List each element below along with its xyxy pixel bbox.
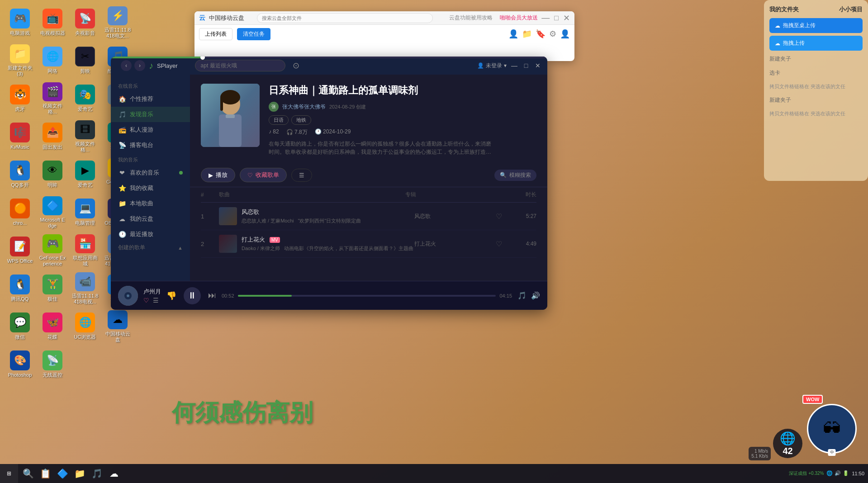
drag-upload-btn[interactable]: ☁ 拖拽至桌上传	[769, 18, 863, 33]
player-heart-btn[interactable]: ♡	[143, 297, 149, 304]
desktop-icon-jijia[interactable]: 🏋 极佳	[37, 270, 68, 307]
desktop-icon-photoshop[interactable]: 🎨 Photoshop	[5, 346, 35, 383]
playlist-date: 2024-08-29 创建	[329, 104, 366, 110]
tray-icon-battery[interactable]: 🔋	[843, 470, 849, 476]
taskbar-icon-files[interactable]: 📁	[71, 465, 88, 482]
desktop-icon-newfiles[interactable]: 📁 新建文件夹(3)	[5, 43, 35, 79]
cloud-search-input[interactable]	[257, 13, 433, 23]
player-list-btn[interactable]: ☰	[153, 297, 159, 304]
desktop-icon-tv[interactable]: 📺 电视模拟器	[37, 5, 68, 41]
splayer-search-input[interactable]	[195, 60, 285, 71]
desktop-icon-microsoftedge[interactable]: 🔷 Microsoft Edge	[37, 194, 68, 231]
clear-task-btn[interactable]: 清空任务	[237, 28, 270, 40]
taskbar-icon-task[interactable]: 📋	[37, 465, 53, 482]
dislike-btn[interactable]: 👎	[166, 291, 176, 301]
desktop-icon-cctv[interactable]: 📡 央视影音	[70, 5, 100, 41]
volume-icon[interactable]: 🔊	[531, 291, 540, 300]
cloud-maximize-btn[interactable]: □	[554, 14, 559, 22]
sidebar-created-label: 创建的歌单	[118, 244, 145, 251]
splayer-user-btn[interactable]: 👤 未登录 ▾	[477, 62, 507, 70]
splayer-forward-btn[interactable]: ›	[134, 60, 145, 71]
tray-icon-sound[interactable]: 🔊	[835, 470, 841, 476]
sidebar-item-private[interactable]: 📻 私人漫游	[111, 122, 190, 137]
play-all-btn[interactable]: ▶ 播放	[201, 168, 235, 182]
desktop-icon-iqiyi1[interactable]: 🎭 爱奇艺	[70, 80, 100, 117]
taskbar-icon-search[interactable]: 🔍	[20, 465, 36, 482]
list-btn[interactable]: ☰	[291, 169, 312, 182]
sidebar-item-discover[interactable]: 🎵 发现音乐	[111, 107, 190, 122]
cloud-icon-user[interactable]: 👤	[508, 29, 518, 39]
taskbar-icon-splayer[interactable]: 🎵	[89, 465, 105, 482]
desktop-icon-thunder1[interactable]: ⚡ 迅雷11.11.8 418电文...	[102, 5, 133, 41]
splayer-maximize-btn[interactable]: □	[522, 62, 530, 70]
sidebar-item-collect[interactable]: ⭐ 我的收藏	[111, 180, 190, 196]
select-btn[interactable]: ☁ 拖拽上传	[769, 36, 863, 51]
taskbar-clock[interactable]: 11:50	[852, 470, 864, 477]
track-row[interactable]: 2 打上花火 MV Daoko / 米律之师 动画电影《升空的焰火，从下面着还是…	[201, 230, 536, 258]
track-row[interactable]: 1 风恋歌 恋恋故人难 / 芝麻Mochi "欢梦到西州"日文特别限定曲 风恋歌	[201, 203, 536, 230]
cloud-icon-folder[interactable]: 📁	[522, 29, 532, 39]
desktop-icon-pcmanager[interactable]: 💻 电脑管理	[70, 194, 100, 231]
tray-icon-network[interactable]: 🌐	[826, 470, 833, 476]
upload-list-btn[interactable]: 上传列表	[199, 28, 232, 40]
progress-container[interactable]	[111, 57, 547, 58]
desktop-icon-network[interactable]: 🌐 网络	[37, 43, 68, 79]
cloud-toolbar: 上传列表 清空任务 👤 📁 🔖 ⚙ 👤	[194, 25, 574, 43]
sidebar-item-liked[interactable]: ❤ 喜欢的音乐	[111, 165, 190, 180]
splayer-close-btn[interactable]: ✕	[534, 62, 542, 70]
author-name[interactable]: 张大佛爷张大佛爷	[282, 103, 326, 111]
desktop-icon-gaming[interactable]: 🎮 电脑游戏	[5, 5, 35, 41]
cloud-minimize-btn[interactable]: —	[541, 13, 550, 23]
desktop-icon-qqgroup[interactable]: 🐧 腾讯QQ	[5, 270, 35, 307]
desktop-icon-iqiyi3[interactable]: ▶ 爱奇艺	[70, 156, 100, 193]
desktop-icon-huadi[interactable]: 🦋 花蝶	[37, 308, 68, 345]
desktop-icon-dark1[interactable]: 🎞 视频文件格...	[70, 118, 100, 155]
desktop-icon-wlan[interactable]: 📡 无线遥控	[37, 346, 68, 383]
playlist-info: 日系神曲｜通勤路上的孤单调味剂 张 张大佛爷张大佛爷 2024-08-29 创建…	[269, 84, 536, 156]
splayer-minimize-btn[interactable]: —	[510, 62, 518, 70]
desktop-icon-wechat[interactable]: 💬 微信	[5, 308, 35, 345]
start-btn[interactable]: ⊞	[0, 464, 18, 483]
sidebar-item-local[interactable]: 📁 本地歌曲	[111, 196, 190, 211]
sidebar-item-podcast[interactable]: 📡 播客电台	[111, 137, 190, 153]
splayer-back-btn[interactable]: ‹	[121, 60, 132, 71]
tag-subway[interactable]: 地铁	[291, 115, 311, 125]
fuzzy-search-btn[interactable]: 🔍 模糊搜索	[494, 170, 536, 181]
desktop-icon-geforce[interactable]: 🎮 GeForce Experience	[37, 232, 68, 269]
cloud-icon-avatar[interactable]: 👤	[560, 29, 570, 39]
desktop-icon-chrome2[interactable]: 🟠 chro...	[5, 194, 35, 231]
taskbar-icon-edge[interactable]: 🔷	[54, 465, 71, 482]
splayer-github-icon[interactable]: ⊙	[293, 61, 299, 71]
play-pause-btn[interactable]: ⏸	[184, 287, 201, 304]
cloud-icon-bookmark[interactable]: 🔖	[536, 29, 545, 39]
taskbar-icon-cloud[interactable]: ☁	[106, 465, 122, 482]
desktop-icon-chinamobile[interactable]: ☁ 中国移动云盘	[102, 308, 133, 345]
sidebar-item-personal[interactable]: 🏠 个性推荐	[111, 91, 190, 107]
desktop-icon-wps[interactable]: 📝 WPS Office	[5, 232, 35, 269]
desktop-icon-kvmusic[interactable]: 🎼 KvMusic	[5, 118, 35, 155]
desktop-icon-video1[interactable]: 🎬 视频文件格...	[37, 80, 68, 117]
seek-bar[interactable]	[238, 295, 496, 297]
desktop-icon-thunder3[interactable]: 📹 迅雷11.11.8 418电视...	[70, 270, 100, 307]
tag-japanese[interactable]: 日语	[269, 115, 289, 125]
sidebar-item-cloud[interactable]: ☁ 我的云盘	[111, 211, 190, 227]
desktop-icon-ucbrowser[interactable]: 🌐 UC浏览器	[70, 308, 100, 345]
cloud-close-btn[interactable]: ✕	[563, 13, 570, 23]
collect-btn[interactable]: ♡ 收藏歌单	[240, 168, 287, 182]
track-like-btn-2[interactable]: ♡	[496, 240, 509, 248]
col-album: 专辑	[405, 191, 487, 199]
desktop-icon-qq[interactable]: 🐧 QQ多开	[5, 156, 35, 193]
playlist-title: 日系神曲｜通勤路上的孤单调味剂	[269, 84, 536, 97]
track-like-btn-1[interactable]: ♡	[496, 212, 509, 221]
desktop-icon-myriad[interactable]: 👁 明眸	[37, 156, 68, 193]
desktop-icon-lenovo[interactable]: 🏪 联想应用商城	[70, 232, 100, 269]
quality-icon[interactable]: 🎵	[517, 291, 526, 300]
sidebar-item-recent[interactable]: 🕐 最近播放	[111, 227, 190, 242]
desktop-icon-huya[interactable]: 🐯 虎牙	[5, 80, 35, 117]
desktop-icon-capcut[interactable]: ✂ 剪映	[70, 43, 100, 79]
cloud-icon-settings[interactable]: ⚙	[549, 29, 556, 39]
desktop-icon-export1[interactable]: 📤 固出发出	[37, 118, 68, 155]
sidebar-toggle-btn[interactable]: ▲	[178, 245, 183, 251]
col-num: #	[201, 192, 219, 198]
next-btn[interactable]: ⏭	[208, 291, 216, 300]
